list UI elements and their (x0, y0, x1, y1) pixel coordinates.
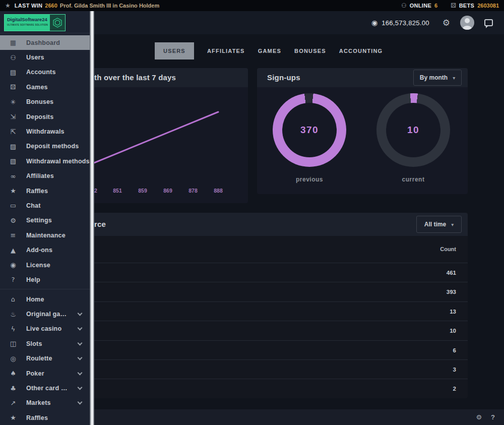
gear-icon[interactable]: ⚙ (476, 413, 482, 421)
sidebar-item-accounts[interactable]: ▤ Accounts (0, 65, 90, 80)
users-icon: ⚇ (8, 54, 18, 62)
chevron-down-icon (78, 326, 83, 331)
sidebar-item-label: Users (26, 54, 44, 61)
chevron-down-icon (78, 400, 83, 405)
link-icon: ∞ (8, 172, 18, 180)
tab-users[interactable]: USERS (155, 42, 194, 59)
online-count: 6 (434, 3, 437, 9)
deposit-methods-icon: ▨ (8, 143, 18, 150)
chevron-down-icon (78, 340, 83, 345)
sidebar-item-label: Chat (26, 202, 41, 209)
sidebar-item-slots[interactable]: ◫ Slots (0, 336, 90, 351)
source-card-header: rce All time ▾ (66, 213, 468, 236)
source-table-card: rce All time ▾ Count 461 393 13 10 6 3 2 (66, 213, 468, 398)
dropdown-caret-icon: ▾ (453, 75, 455, 81)
sidebar-item-markets[interactable]: ↗ Markets (0, 396, 90, 410)
x-axis-label: 859 (133, 188, 153, 194)
chevron-down-icon (78, 370, 83, 375)
spade-icon: ♠ (8, 370, 18, 377)
tab-games[interactable]: GAMES (258, 48, 281, 54)
ticker-bar: ★ LAST WIN 2660 Prof. Gilda Smith III in… (0, 0, 504, 11)
source-filter-value: All time (424, 221, 446, 228)
sidebar-item-label: Deposit methods (26, 143, 79, 150)
sidebar-item-bonuses[interactable]: ✳ Bonuses (0, 95, 90, 109)
sidebar-item-games[interactable]: ⚄ Games (0, 80, 90, 94)
sidebar-item-deposits[interactable]: ⇲ Deposits (0, 109, 90, 124)
tab-affiliates[interactable]: AFFILIATES (207, 48, 245, 54)
help-icon[interactable]: ? (491, 413, 495, 421)
dashboard-tabs: USERS AFFILIATES GAMES BONUSES ACCOUNTIN… (155, 42, 383, 59)
trend-icon: ↗ (8, 399, 18, 407)
sidebar-item-label: Poker (26, 370, 44, 377)
sidebar-item-help[interactable]: ? Help (0, 272, 90, 287)
sidebar-item-label: Raffles (26, 188, 48, 195)
sidebar-item-live-casino[interactable]: ϟ Live casino (0, 322, 90, 336)
signups-card-title: Sign-ups (267, 73, 300, 82)
star-icon: ★ (5, 2, 11, 9)
sidebar-item-label: Add-ons (26, 247, 52, 254)
sidebar-item-dashboard[interactable]: ▦ Dashboard (0, 35, 90, 50)
sidebar-item-label: Dashboard (26, 39, 60, 46)
withdrawal-icon: ⇱ (8, 128, 18, 136)
sidebar-item-site-raffles[interactable]: ★ Raffles (0, 410, 90, 425)
cards-icon: ♣ (8, 385, 18, 392)
sidebar-item-label: Original ga… (26, 311, 67, 318)
question-icon: ? (8, 276, 18, 283)
logo-subtitle: ULTIMATE SOFTWARE SOLUTION (7, 24, 50, 26)
logo[interactable]: DigitalSoftware24 ULTIMATE SOFTWARE SOLU… (4, 14, 66, 31)
slot-machine-icon: ◫ (8, 340, 18, 347)
sidebar-item-chat[interactable]: ▭ Chat (0, 198, 90, 213)
x-axis-label: 851 (107, 188, 128, 194)
chat-bubble-icon[interactable] (484, 19, 493, 26)
sidebar-item-withdrawal-methods[interactable]: ▧ Withdrawal methods (0, 154, 90, 168)
home-icon: ⌂ (8, 295, 18, 303)
previous-signups-label: previous (273, 176, 346, 183)
previous-signups-donut: 370 (273, 93, 346, 167)
sidebar-item-withdrawals[interactable]: ⇱ Withdrawals (0, 124, 90, 139)
source-card-title: rce (94, 220, 106, 228)
sidebar-item-other-card-games[interactable]: ♣ Other card … (0, 381, 90, 395)
shapes-icon: ▲ (8, 247, 18, 254)
signups-card-header: Sign-ups By month ▾ (257, 68, 468, 87)
sidebar-item-label: Raffles (26, 414, 48, 421)
sidebar-item-raffles[interactable]: ★ Raffles (0, 184, 90, 198)
sidebar-item-original-games[interactable]: ♨ Original ga… (0, 307, 90, 321)
sidebar-divider (0, 289, 90, 289)
sidebar-scrollbar[interactable] (90, 11, 94, 425)
avatar[interactable] (460, 16, 474, 30)
sidebar-item-label: Live casino (26, 325, 61, 332)
table-row: 393 (66, 282, 468, 301)
main-header: ◉ 166,573,825.00 ⚙ (94, 11, 504, 34)
signups-filter-dropdown[interactable]: By month ▾ (413, 70, 462, 86)
sidebar-item-label: Withdrawal methods (26, 158, 90, 165)
table-row: 2 (66, 379, 468, 398)
sidebar-item-add-ons[interactable]: ▲ Add-ons (0, 242, 90, 257)
tab-bonuses[interactable]: BONUSES (294, 48, 326, 54)
sidebar-item-license[interactable]: ◉ License (0, 258, 90, 272)
sidebar-divider (0, 33, 90, 33)
sidebar-item-label: Bonuses (26, 98, 53, 105)
x-axis-label: 888 (208, 188, 228, 194)
sidebar-item-roulette[interactable]: ◎ Roulette (0, 351, 90, 366)
gear-icon[interactable]: ⚙ (443, 18, 450, 28)
sidebar-item-label: Games (26, 84, 48, 91)
sidebar-item-label: Withdrawals (26, 128, 65, 135)
last-win-amount: 2660 (45, 3, 57, 9)
sidebar-item-deposit-methods[interactable]: ▨ Deposit methods (0, 139, 90, 154)
sidebar-item-settings[interactable]: ⚙ Settings (0, 213, 90, 228)
signups-filter-value: By month (420, 74, 448, 81)
sidebar-item-users[interactable]: ⚇ Users (0, 50, 90, 65)
table-row: 6 (66, 340, 468, 359)
source-filter-dropdown[interactable]: All time ▾ (416, 216, 462, 233)
sidebar-item-maintenance[interactable]: ≡ Maintenance (0, 228, 90, 242)
sidebar-item-home[interactable]: ⌂ Home (0, 292, 90, 307)
growth-card-title: th over the last 7 days (94, 73, 176, 82)
sidebar-item-poker[interactable]: ♠ Poker (0, 366, 90, 381)
current-signups-donut: 10 (376, 93, 450, 167)
tab-accounting[interactable]: ACCOUNTING (339, 48, 383, 54)
last-win-label: LAST WIN (15, 3, 43, 9)
sidebar-item-label: Markets (26, 399, 51, 406)
sidebar: DigitalSoftware24 ULTIMATE SOFTWARE SOLU… (0, 11, 90, 425)
sidebar-item-label: Maintenance (26, 232, 66, 239)
sidebar-item-affiliates[interactable]: ∞ Affiliates (0, 169, 90, 184)
